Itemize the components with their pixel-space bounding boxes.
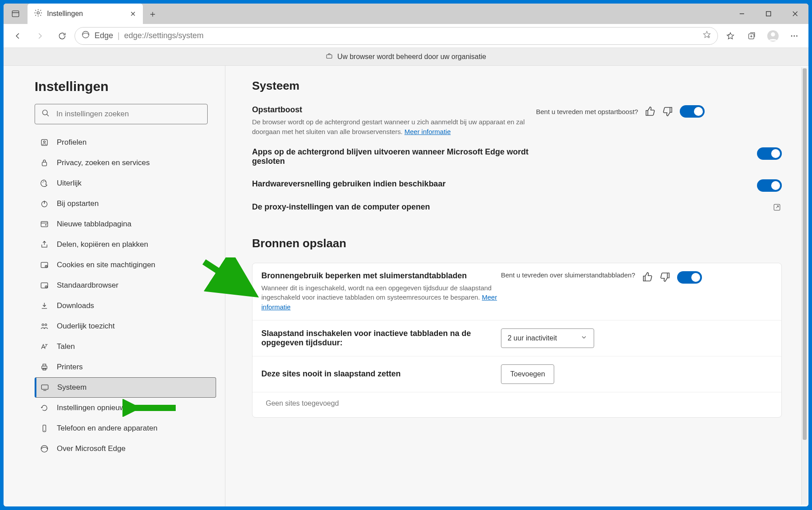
tab-title: Instellingen: [47, 10, 124, 18]
power-icon: [39, 199, 50, 208]
setting-background-apps: Apps op de achtergrond blijven uitvoeren…: [252, 147, 782, 169]
svg-rect-20: [41, 221, 48, 227]
sidebar-item-label: Instellingen opnieuw instellen: [57, 403, 155, 412]
cookies-icon: [39, 261, 50, 269]
svg-point-26: [45, 324, 47, 326]
chevron-down-icon: [580, 334, 587, 343]
sidebar-item-cookies[interactable]: Cookies en site machtigingen: [35, 255, 216, 275]
language-icon: [39, 342, 50, 351]
forward-button[interactable]: [30, 26, 50, 46]
setting-open-proxy[interactable]: De proxy-instellingen van de computer op…: [252, 202, 782, 214]
address-bar[interactable]: Edge | edge://settings/system: [75, 27, 718, 45]
window-maximize-button[interactable]: [755, 4, 782, 24]
tab-actions-button[interactable]: [4, 4, 28, 24]
sidebar-item-privacy[interactable]: Privacy, zoeken en services: [35, 153, 216, 173]
card-description: Wanneer dit is ingeschakeld, wordt na ee…: [261, 283, 501, 312]
sidebar-item-onstartup[interactable]: Bij opstarten: [35, 194, 216, 214]
sidebar-item-label: Privacy, zoeken en services: [57, 158, 150, 167]
svg-rect-0: [12, 11, 19, 16]
sidebar-item-label: Ouderlijk toezicht: [57, 322, 114, 331]
card-title: Slaapstand inschakelen voor inactieve ta…: [261, 329, 501, 348]
more-menu-button[interactable]: [784, 26, 804, 46]
svg-rect-23: [41, 283, 48, 288]
svg-point-25: [42, 324, 44, 326]
sidebar-item-system[interactable]: Systeem: [35, 377, 216, 398]
collections-button[interactable]: [742, 26, 761, 46]
svg-rect-30: [42, 385, 48, 389]
scrollbar[interactable]: [801, 67, 808, 505]
svg-rect-28: [43, 364, 46, 366]
favorite-star-icon[interactable]: [702, 30, 711, 41]
svg-point-12: [43, 110, 47, 115]
toggle-background-apps[interactable]: [757, 147, 782, 160]
window-minimize-button[interactable]: [729, 4, 755, 24]
svg-point-9: [794, 35, 795, 36]
setting-title: Opstartboost: [252, 105, 536, 115]
settings-search-input[interactable]: [56, 110, 201, 119]
external-link-icon: [772, 202, 782, 212]
appearance-icon: [39, 179, 50, 188]
toggle-hardware-accel[interactable]: [757, 179, 782, 192]
setting-description: De browser wordt op de achtergrond gesta…: [252, 117, 536, 137]
sidebar-item-defaultbrowser[interactable]: Standaardbrowser: [35, 275, 216, 296]
sidebar-item-printers[interactable]: Printers: [35, 357, 216, 377]
sidebar-item-label: Systeem: [57, 383, 87, 392]
svg-point-33: [41, 446, 48, 452]
sidebar-item-label: Downloads: [57, 301, 94, 310]
back-button[interactable]: [8, 26, 28, 46]
add-site-button[interactable]: Toevoegen: [501, 364, 554, 384]
sidebar-item-downloads[interactable]: Downloads: [35, 296, 216, 316]
settings-search-box[interactable]: [35, 104, 208, 124]
card-title: Deze sites nooit in slaapstand zetten: [261, 369, 501, 379]
scrollbar-thumb[interactable]: [803, 68, 807, 440]
favorites-button[interactable]: [721, 26, 740, 46]
toggle-sleeping-tabs[interactable]: [677, 271, 702, 284]
gear-icon: [34, 8, 43, 19]
sidebar-item-family[interactable]: Ouderlijk toezicht: [35, 316, 216, 336]
settings-sidebar: Instellingen Profielen Privacy, zoeken e…: [4, 66, 225, 506]
sidebar-item-phone[interactable]: Telefoon en andere apparaten: [35, 418, 216, 439]
card-title: Bronnengebruik beperken met sluimerstand…: [261, 271, 501, 281]
svg-point-14: [43, 141, 45, 142]
setting-title: Hardwareversnelling gebruiken indien bes…: [252, 179, 536, 189]
sidebar-item-profiles[interactable]: Profielen: [35, 132, 216, 153]
lock-icon: [39, 158, 50, 167]
browser-toolbar: Edge | edge://settings/system: [4, 24, 808, 48]
tab-close-button[interactable]: ✕: [129, 10, 137, 18]
sidebar-item-reset[interactable]: Instellingen opnieuw instellen: [35, 398, 216, 418]
thumbs-down-button[interactable]: [662, 106, 674, 117]
sidebar-item-appearance[interactable]: Uiterlijk: [35, 173, 216, 194]
thumbs-down-button[interactable]: [659, 271, 671, 283]
window-close-button[interactable]: [782, 4, 808, 24]
reload-button[interactable]: [52, 26, 72, 46]
feedback-label: Bent u tevreden met opstartboost?: [536, 108, 638, 115]
select-value: 2 uur inactiviteit: [508, 334, 557, 342]
section-heading-resources: Bronnen opslaan: [252, 237, 782, 250]
sidebar-item-label: Delen, kopiëren en plakken: [57, 240, 148, 249]
settings-main: Systeem Opstartboost De browser wordt op…: [225, 66, 808, 506]
thumbs-up-button[interactable]: [644, 106, 656, 117]
svg-point-8: [791, 35, 792, 36]
thumbs-up-button[interactable]: [642, 271, 653, 283]
default-browser-icon: [39, 281, 50, 290]
browser-tab[interactable]: Instellingen ✕: [28, 4, 143, 24]
empty-sites-message: Geen sites toegevoegd: [252, 392, 781, 417]
sidebar-item-newtab[interactable]: Nieuwe tabbladpagina: [35, 214, 216, 234]
profile-avatar[interactable]: [763, 26, 783, 46]
svg-point-17: [43, 181, 44, 182]
address-prefix: Edge: [95, 31, 113, 40]
sidebar-item-languages[interactable]: Talen: [35, 336, 216, 357]
timeout-select[interactable]: 2 uur inactiviteit: [501, 328, 594, 348]
svg-rect-15: [42, 162, 47, 166]
sidebar-item-share[interactable]: Delen, kopiëren en plakken: [35, 234, 216, 255]
sidebar-item-label: Nieuwe tabbladpagina: [57, 220, 131, 229]
profile-icon: [39, 138, 50, 147]
sidebar-item-label: Standaardbrowser: [57, 281, 118, 290]
titlebar: Instellingen ✕ ＋: [4, 4, 808, 24]
toggle-startup-boost[interactable]: [680, 105, 705, 118]
learn-more-link[interactable]: Meer informatie: [405, 128, 451, 135]
new-tab-button[interactable]: ＋: [143, 4, 162, 24]
svg-rect-21: [41, 262, 48, 268]
sidebar-item-about[interactable]: Over Microsoft Edge: [35, 439, 216, 459]
setting-hardware-accel: Hardwareversnelling gebruiken indien bes…: [252, 179, 782, 192]
